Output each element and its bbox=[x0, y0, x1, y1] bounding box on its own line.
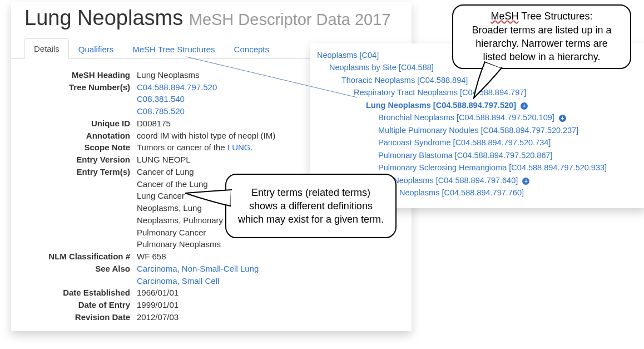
label-nlm-classification: NLM Classification # bbox=[24, 250, 137, 263]
tree-node[interactable]: Multiple Pulmonary Nodules [C04.588.894.… bbox=[317, 124, 640, 136]
page-title-main: Lung Neoplasms bbox=[24, 6, 183, 30]
tree-node[interactable]: Lung Neoplasms [C04.588.894.797.520] + bbox=[317, 99, 640, 111]
label-date-of-entry: Date of Entry bbox=[24, 299, 137, 311]
expand-icon[interactable]: + bbox=[521, 102, 528, 110]
label-date-established: Date Established bbox=[24, 287, 137, 299]
value-date-of-entry: 1999/01/01 bbox=[137, 299, 398, 311]
callout-entry-terms: Entry terms (related terms) shows a diff… bbox=[225, 174, 397, 238]
tree-node-label: Pulmonary Sclerosing Hemangioma [C04.588… bbox=[378, 163, 607, 172]
scope-note-suffix: . bbox=[251, 142, 253, 152]
tab-details[interactable]: Details bbox=[24, 38, 69, 59]
expand-icon[interactable]: + bbox=[559, 115, 566, 122]
expand-icon[interactable]: + bbox=[522, 178, 529, 185]
callout-tree-structures-suffix: Tree Structures: bbox=[518, 11, 592, 22]
label-tree-numbers: Tree Number(s) bbox=[24, 81, 137, 117]
stage: Lung Neoplasms MeSH Descriptor Data 2017… bbox=[0, 0, 644, 349]
value-see-also: Carcinoma, Non-Small-Cell Lung Carcinoma… bbox=[137, 263, 398, 287]
callout-entry-terms-text: Entry terms (related terms) shows a diff… bbox=[236, 186, 385, 227]
see-also-link[interactable]: Carcinoma, Non-Small-Cell Lung bbox=[137, 263, 398, 275]
tab-mesh-tree-structures[interactable]: MeSH Tree Structures bbox=[123, 39, 224, 59]
label-revision-date: Revision Date bbox=[24, 311, 137, 323]
value-revision-date: 2012/07/03 bbox=[137, 311, 398, 323]
tree-node-label: Bronchial Neoplasms [C04.588.894.797.520… bbox=[378, 113, 554, 122]
tree-node[interactable]: Pulmonary Sclerosing Hemangioma [C04.588… bbox=[317, 161, 640, 174]
tree-node-label: Pancoast Syndrome [C04.588.894.797.520.7… bbox=[378, 138, 551, 147]
tree-node-label: Neoplasms by Site [C04.588] bbox=[329, 63, 434, 72]
callout-tree-structures: MeSH Tree Structures: Broader terms are … bbox=[452, 4, 631, 69]
see-also-link[interactable]: Carcinoma, Small Cell bbox=[137, 275, 398, 287]
tree-node[interactable]: Pancoast Syndrome [C04.588.894.797.520.7… bbox=[317, 136, 640, 149]
tree-node-label: Pulmonary Blastoma [C04.588.894.797.520.… bbox=[378, 151, 553, 160]
tree-node[interactable]: Respiratory Tract Neoplasms [C04.588.894… bbox=[317, 86, 640, 99]
tree-node-label: Neoplasms [C04] bbox=[317, 51, 379, 60]
label-see-also: See Also bbox=[24, 263, 137, 287]
tab-concepts[interactable]: Concepts bbox=[225, 39, 279, 59]
tree-node[interactable]: Pulmonary Blastoma [C04.588.894.797.520.… bbox=[317, 149, 640, 161]
value-nlm-classification: WF 658 bbox=[137, 250, 398, 263]
label-mesh-heading: MeSH Heading bbox=[24, 69, 137, 81]
callout-tree-structures-u: MeSH bbox=[491, 11, 518, 22]
label-entry-version: Entry Version bbox=[24, 154, 137, 166]
tree-node[interactable]: Thoracic Neoplasms [C04.588.894] bbox=[317, 74, 640, 86]
value-date-established: 1966/01/01 bbox=[137, 287, 398, 299]
tree-node-label: Thoracic Neoplasms [C04.588.894] bbox=[341, 76, 468, 85]
label-entry-terms: Entry Term(s) bbox=[24, 166, 137, 250]
callout-tree-structures-rest: Broader terms are listed up in a hierarc… bbox=[472, 24, 611, 63]
tree-node-label: Respiratory Tract Neoplasms [C04.588.894… bbox=[354, 88, 526, 97]
entry-term: Pulmonary Neoplasms bbox=[137, 238, 398, 250]
label-annotation: Annotation bbox=[24, 130, 137, 142]
page-title-subtitle: MeSH Descriptor Data 2017 bbox=[189, 11, 391, 28]
scope-note-link[interactable]: LUNG bbox=[227, 142, 251, 152]
page-title: Lung Neoplasms MeSH Descriptor Data 2017 bbox=[11, 2, 412, 38]
tree-node-label: Lung Neoplasms [C04.588.894.797.520] bbox=[366, 101, 516, 110]
label-scope-note: Scope Note bbox=[24, 141, 137, 154]
tab-qualifiers[interactable]: Qualifiers bbox=[69, 39, 123, 59]
tree-node-label: Multiple Pulmonary Nodules [C04.588.894.… bbox=[378, 126, 578, 135]
label-unique-id: Unique ID bbox=[24, 117, 137, 130]
tree-node[interactable]: Bronchial Neoplasms [C04.588.894.797.520… bbox=[317, 111, 640, 124]
scope-note-prefix: Tumors or cancer of the bbox=[137, 142, 227, 152]
